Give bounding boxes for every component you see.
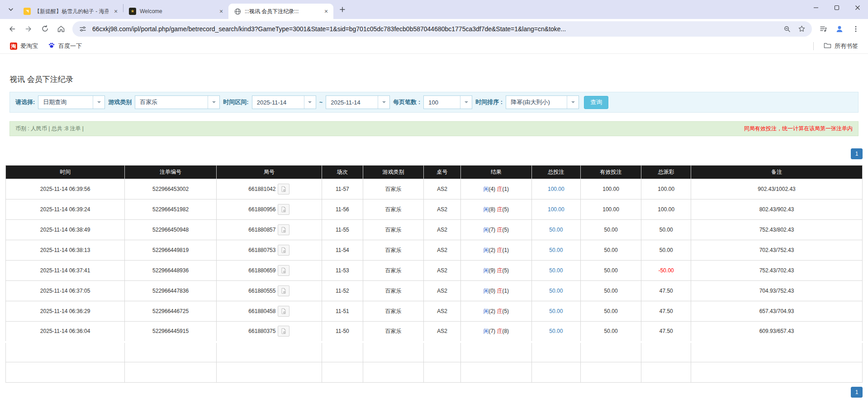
total-bet-link[interactable]: 100.00 (548, 186, 564, 192)
media-controls-icon[interactable] (816, 21, 831, 37)
bet-row: 2025-11-14 06:36:29522966446725661880458… (6, 301, 863, 322)
menu-dots-icon[interactable] (848, 21, 863, 37)
summary-cell (460, 342, 531, 362)
summary-cell: 500.00 (531, 342, 580, 362)
sort-value: 降幂(由大到小) (506, 96, 567, 109)
round-video-icon[interactable] (278, 245, 289, 256)
zoom-icon[interactable] (782, 24, 792, 34)
session-cell: 11-56 (322, 199, 363, 220)
summary-cell (691, 342, 863, 362)
tab-bet-record[interactable]: :::视讯 会员下注纪录::: × (228, 4, 333, 19)
date-from-value: 2025-11-14 (252, 96, 304, 109)
column-header: 总投注 (531, 166, 580, 179)
tab-search-chevron-icon[interactable] (5, 3, 17, 16)
tab-forum-post[interactable]: 【新提醒】杨雪儿的帖子 - 海燕 × (18, 4, 123, 19)
game-type-select[interactable]: 百家乐 (135, 95, 220, 109)
forward-icon[interactable] (21, 21, 36, 37)
banker-result: 庄 (497, 267, 502, 274)
chevron-down-icon (378, 96, 389, 109)
close-tab-icon[interactable]: × (112, 8, 119, 15)
result-cell: 闲(7) 庄(8) (460, 322, 531, 342)
time-sort-select[interactable]: 降幂(由大到小) (506, 95, 579, 109)
page-number-button[interactable]: 1 (851, 148, 863, 159)
profile-avatar[interactable] (832, 21, 847, 37)
all-bookmarks-button[interactable]: 所有书签 (820, 40, 862, 52)
total-bet-link[interactable]: 50.00 (549, 308, 563, 314)
page-size-select[interactable]: 100 (423, 95, 472, 109)
tab-welcome[interactable]: ★ Welcome × (123, 4, 228, 19)
pagination-top: 1 (5, 148, 863, 159)
banker-result: 庄 (497, 328, 502, 334)
round-video-icon[interactable] (278, 184, 289, 195)
tab-title: 【新提醒】杨雪儿的帖子 - 海燕 (34, 8, 109, 15)
minimize-button[interactable] (806, 0, 826, 15)
home-icon[interactable] (53, 21, 69, 37)
remark-cell: 752.43/702.43 (691, 261, 863, 281)
summary-info-bar: 币别 : 人民币 | 总共 :8 注单 | 同局有效投注，统一计算在该局第一张注… (9, 121, 859, 136)
site-settings-icon[interactable] (78, 24, 88, 34)
session-cell: 11-50 (322, 322, 363, 342)
game-type-cell: 百家乐 (363, 261, 423, 281)
payout-cell: 100.00 (641, 179, 691, 199)
window-controls (806, 0, 868, 15)
date-from-select[interactable]: 2025-11-14 (252, 95, 316, 109)
time-cell: 2025-11-14 06:38:13 (6, 240, 125, 261)
close-tab-icon[interactable]: × (323, 8, 330, 15)
column-header: 结果 (460, 166, 531, 179)
query-type-select[interactable]: 日期查询 (38, 95, 105, 109)
valid-bet-cell: 50.00 (580, 220, 641, 240)
table-no-cell: AS2 (424, 220, 460, 240)
reload-icon[interactable] (37, 21, 52, 37)
welcome-tab-icon: ★ (129, 8, 136, 15)
time-cell: 2025-11-14 06:37:41 (6, 261, 125, 281)
table-no-cell: AS2 (424, 199, 460, 220)
total-bet-link[interactable]: 50.00 (549, 227, 563, 233)
back-icon[interactable] (5, 21, 20, 37)
payout-cell: 50.00 (641, 240, 691, 261)
result-cell: 闲(7) 庄(5) (460, 220, 531, 240)
summary-cell (363, 362, 423, 383)
game-type-label: 游戏类别 (108, 98, 132, 106)
url-text[interactable]: 66cxkj98.com/ipl/portal.php/game/betreco… (92, 25, 778, 33)
all-bookmarks-label: 所有书签 (835, 42, 858, 50)
maximize-button[interactable] (826, 0, 847, 15)
round-video-icon[interactable] (278, 326, 289, 337)
player-result: 闲 (483, 186, 489, 192)
round-video-icon[interactable] (278, 204, 289, 215)
total-bet-link[interactable]: 100.00 (548, 206, 564, 213)
round-video-icon[interactable] (278, 306, 289, 317)
total-bet-link[interactable]: 50.00 (549, 328, 563, 334)
total-bet-link[interactable]: 50.00 (549, 247, 563, 253)
remark-cell: 704.93/752.43 (691, 281, 863, 301)
page-number-button[interactable]: 1 (851, 387, 863, 398)
round-video-icon[interactable] (278, 224, 289, 235)
time-cell: 2025-11-14 06:38:49 (6, 220, 125, 240)
close-window-button[interactable] (847, 0, 868, 15)
tab-bar: 【新提醒】杨雪儿的帖子 - 海燕 × ★ Welcome × :::视讯 会员下… (0, 0, 868, 19)
address-bar[interactable]: 66cxkj98.com/ipl/portal.php/game/betreco… (72, 21, 812, 37)
result-text: 闲(2) 庄(1) (483, 247, 509, 253)
round-id: 661880458 (248, 308, 275, 314)
sort-label: 时间排序 : (475, 98, 503, 106)
tilde-separator: ~ (319, 99, 323, 106)
round-cell: 661880458 (216, 301, 322, 322)
total-bet-cell: 50.00 (531, 240, 580, 261)
total-bet-link[interactable]: 50.00 (549, 288, 563, 294)
search-button[interactable]: 查询 (584, 96, 608, 109)
bookmark-aitaobao[interactable]: 淘 爱淘宝 (6, 40, 42, 52)
round-video-icon[interactable] (278, 265, 289, 276)
player-count: (2) (489, 247, 497, 253)
date-to-select[interactable]: 2025-11-14 (326, 95, 390, 109)
new-tab-button[interactable] (336, 3, 349, 16)
bookmark-star-icon[interactable] (797, 24, 806, 34)
close-tab-icon[interactable]: × (218, 8, 225, 15)
total-bet-cell: 50.00 (531, 261, 580, 281)
bookmark-baidu[interactable]: 百度一下 (44, 40, 85, 52)
baidu-paw-icon (48, 42, 55, 50)
bookmarks-divider (813, 42, 814, 50)
total-bet-link[interactable]: 50.00 (549, 267, 563, 274)
valid-bet-cell: 50.00 (580, 281, 641, 301)
page-content: 视讯 会员下注纪录 请选择: 日期查询 游戏类别 百家乐 时间区间: 2025-… (0, 74, 868, 398)
round-video-icon[interactable] (278, 285, 289, 296)
payout-cell: 47.50 (641, 301, 691, 322)
